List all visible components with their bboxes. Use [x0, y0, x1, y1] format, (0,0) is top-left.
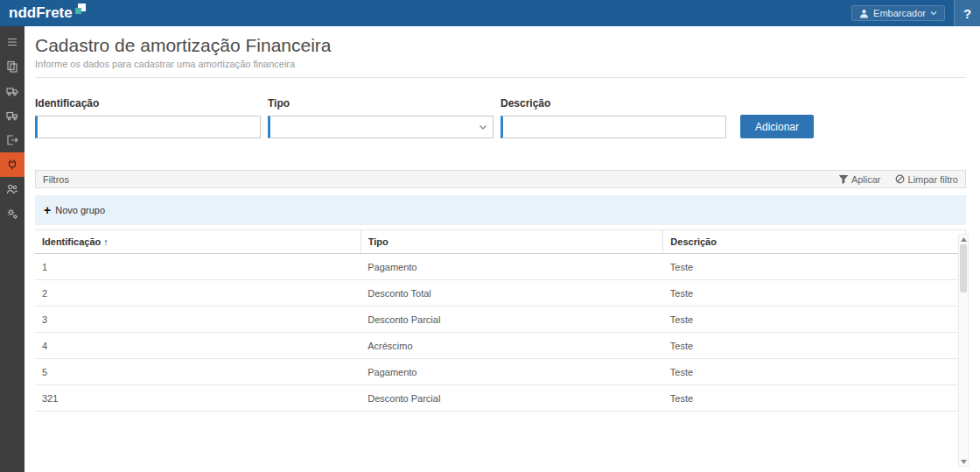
- user-icon: [859, 9, 869, 18]
- tipo-label: Tipo: [268, 97, 494, 109]
- cell-identificacao: 321: [35, 385, 360, 412]
- plug-icon: [6, 159, 18, 171]
- sidebar-item-users[interactable]: [0, 177, 24, 201]
- cell-identificacao: 1: [35, 254, 360, 280]
- sidebar-item-logout[interactable]: [0, 128, 24, 152]
- cell-descricao: Teste: [663, 359, 966, 385]
- brand-text: nddFrete: [9, 2, 73, 25]
- scroll-up-icon[interactable]: [959, 235, 968, 243]
- column-label: Identificação: [42, 236, 101, 247]
- identificacao-label: Identificação: [35, 97, 261, 109]
- cell-descricao: Teste: [663, 333, 966, 359]
- cell-tipo: Desconto Parcial: [360, 385, 663, 412]
- clear-filter-button[interactable]: Limpar filtro: [895, 174, 958, 185]
- sidebar-item-freight[interactable]: [0, 79, 24, 103]
- sidebar-item-menu[interactable]: [0, 30, 24, 54]
- topbar: nddFrete Embarcador ?: [0, 0, 980, 26]
- clear-filter-icon: [895, 174, 905, 184]
- cell-tipo: Pagamento: [360, 254, 663, 280]
- add-form: Identificação Tipo Descrição Adicionar: [35, 97, 966, 138]
- table-row[interactable]: 1 Pagamento Teste: [35, 254, 966, 280]
- chevron-down-icon: [479, 124, 487, 130]
- table-body: 1 Pagamento Teste 2 Desconto Total Teste…: [35, 254, 966, 412]
- logout-icon: [6, 134, 18, 146]
- descricao-input[interactable]: [500, 116, 726, 138]
- sidebar-item-documents[interactable]: [0, 54, 24, 79]
- cell-tipo: Pagamento: [360, 359, 663, 385]
- adicionar-button[interactable]: Adicionar: [740, 115, 814, 138]
- column-header-identificacao[interactable]: Identificação↑: [35, 230, 360, 254]
- sidebar-item-settings[interactable]: [0, 201, 24, 226]
- cell-descricao: Teste: [663, 280, 966, 306]
- copy-icon: [6, 60, 18, 73]
- help-button[interactable]: ?: [954, 0, 980, 26]
- scroll-down-icon[interactable]: [959, 457, 968, 466]
- user-menu-label: Embarcador: [873, 8, 926, 18]
- brand-logo: nddFrete: [9, 2, 86, 25]
- plus-icon: +: [44, 206, 51, 215]
- table-scrollbar[interactable]: [958, 234, 969, 467]
- tipo-select[interactable]: [268, 116, 494, 138]
- cell-tipo: Acréscimo: [360, 333, 663, 359]
- results-table: Identificação↑ Tipo Descrição 1 Pagament…: [35, 229, 966, 412]
- chevron-down-icon: [930, 11, 937, 16]
- table-row[interactable]: 4 Acréscimo Teste: [35, 333, 966, 359]
- user-menu[interactable]: Embarcador: [851, 5, 945, 21]
- filter-group-band: + Novo grupo: [35, 195, 966, 225]
- page-title: Cadastro de amortização Financeira: [35, 35, 966, 56]
- new-group-label: Novo grupo: [55, 205, 105, 215]
- column-header-descricao[interactable]: Descrição: [663, 230, 966, 254]
- cell-tipo: Desconto Total: [360, 280, 663, 306]
- table-header-row: Identificação↑ Tipo Descrição: [35, 230, 966, 254]
- truck-icon: [6, 85, 18, 97]
- cell-descricao: Teste: [663, 306, 966, 333]
- page-subtitle: Informe os dados para cadastrar uma amor…: [35, 59, 966, 69]
- table-row[interactable]: 3 Desconto Parcial Teste: [35, 306, 966, 333]
- column-header-tipo[interactable]: Tipo: [360, 230, 663, 254]
- apply-filter-button[interactable]: Aplicar: [839, 174, 881, 185]
- sidebar: [0, 26, 24, 472]
- filter-icon: [839, 175, 848, 184]
- main-content: Cadastro de amortização Financeira Infor…: [24, 26, 980, 472]
- users-icon: [6, 183, 18, 195]
- title-divider: [35, 77, 966, 78]
- cell-descricao: Teste: [663, 254, 966, 280]
- sort-asc-icon: ↑: [103, 236, 108, 247]
- new-group-button[interactable]: + Novo grupo: [44, 205, 105, 215]
- filters-title: Filtros: [43, 174, 69, 185]
- column-label: Descrição: [670, 236, 717, 247]
- descricao-label: Descrição: [500, 97, 726, 109]
- cell-tipo: Desconto Parcial: [360, 306, 663, 333]
- cell-identificacao: 3: [35, 306, 360, 333]
- table-row[interactable]: 321 Desconto Parcial Teste: [35, 385, 966, 412]
- gears-icon: [6, 208, 18, 220]
- cell-identificacao: 5: [35, 359, 360, 385]
- cell-identificacao: 4: [35, 333, 360, 359]
- table-row[interactable]: 2 Desconto Total Teste: [35, 280, 966, 306]
- menu-icon: [6, 36, 18, 48]
- filters-bar: Filtros Aplicar Limpar filtro: [35, 170, 966, 188]
- clear-filter-label: Limpar filtro: [908, 174, 958, 185]
- sidebar-item-delivery[interactable]: [0, 103, 24, 128]
- cell-descricao: Teste: [663, 385, 966, 412]
- column-label: Tipo: [368, 236, 388, 247]
- brand-icon: [75, 4, 86, 14]
- sidebar-item-amortizacao[interactable]: [0, 152, 24, 177]
- identificacao-input[interactable]: [35, 116, 261, 138]
- table-row[interactable]: 5 Pagamento Teste: [35, 359, 966, 385]
- truck-box-icon: [6, 109, 18, 122]
- apply-filter-label: Aplicar: [851, 174, 881, 185]
- scrollbar-thumb[interactable]: [960, 244, 967, 292]
- cell-identificacao: 2: [35, 280, 360, 306]
